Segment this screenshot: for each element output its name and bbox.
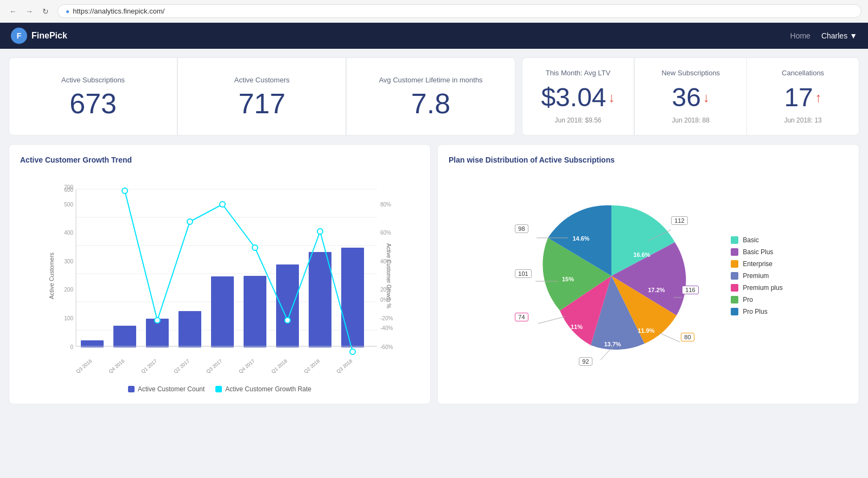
address-bar[interactable]: ● https://analytics.finepick.com/ (58, 4, 861, 18)
svg-line-65 (659, 333, 680, 342)
ltv-value-group: $3.04 ↓ (541, 82, 615, 112)
svg-text:15%: 15% (562, 276, 574, 282)
pie-svg: 16.6% 17.2% 11.9% 13.7% 11% 15% 14.6% (514, 178, 709, 373)
svg-rect-28 (178, 311, 201, 347)
legend-label-enterprise: Enterprise (743, 260, 773, 268)
legend-label-premiumplus: Premium plus (743, 284, 782, 292)
legend-bar-item: Active Customer Count (128, 385, 205, 393)
legend-bar-color (128, 386, 135, 392)
growth-trend-chart-card: Active Customer Growth Trend Active Cust… (9, 144, 431, 404)
label-basic: 112 (671, 216, 687, 225)
chart-legend-bottom: Active Customer Count Active Customer Gr… (20, 385, 419, 393)
active-customers-label: Active Customers (234, 76, 290, 84)
new-subs-value-group: 36 ↓ (672, 82, 710, 112)
svg-text:0%: 0% (380, 297, 388, 303)
active-customers-value: 717 (238, 89, 285, 118)
svg-text:Q3 2017: Q3 2017 (205, 358, 223, 374)
svg-text:40%: 40% (380, 259, 391, 264)
avg-lifetime-card: Avg Customer Lifetime in months 7.8 (346, 57, 515, 135)
legend-color-enterprise (731, 260, 738, 268)
back-button[interactable]: ← (7, 5, 20, 18)
new-subs-trend-icon: ↓ (703, 90, 710, 105)
svg-text:60%: 60% (380, 230, 391, 236)
svg-point-39 (285, 318, 290, 323)
user-menu[interactable]: Charles ▼ (821, 31, 857, 40)
reload-button[interactable]: ↻ (39, 5, 52, 18)
legend-bar-label: Active Customer Count (138, 385, 205, 393)
chevron-down-icon: ▼ (850, 31, 857, 40)
label-premium: 92 (579, 357, 592, 366)
top-nav: F FinePick Home Charles ▼ (0, 23, 868, 49)
legend-premiumplus: Premium plus (731, 284, 782, 292)
avg-lifetime-label: Avg Customer Lifetime in months (379, 76, 482, 84)
legend-color-basic (731, 236, 738, 244)
label-proplus: 98 (515, 224, 528, 233)
cancellations-card: Cancellations 17 ↑ Jun 2018: 13 (747, 57, 859, 135)
label-enterprise: 80 (681, 333, 694, 341)
kpi-left-group: Active Subscriptions 673 Active Customer… (9, 57, 515, 135)
svg-text:0: 0 (70, 344, 73, 350)
home-link[interactable]: Home (790, 31, 810, 40)
logo: F FinePick (11, 28, 67, 44)
legend-label-proplus: Pro Plus (743, 308, 767, 315)
kpi-section: Active Subscriptions 673 Active Customer… (9, 57, 859, 135)
svg-text:16.6%: 16.6% (634, 251, 650, 258)
ltv-card: This Month: Avg LTV $3.04 ↓ Jun 2018: $9… (522, 57, 635, 135)
svg-rect-29 (211, 276, 234, 347)
svg-text:Q3 2016: Q3 2016 (75, 358, 93, 374)
svg-text:Q1 2017: Q1 2017 (140, 358, 158, 374)
svg-point-34 (122, 188, 127, 193)
legend-proplus: Pro Plus (731, 308, 782, 315)
active-subscriptions-card: Active Subscriptions 673 (9, 57, 177, 135)
svg-text:17.2%: 17.2% (648, 287, 665, 293)
cancellations-value: 17 (784, 82, 813, 112)
avg-lifetime-value: 7.8 (411, 89, 450, 118)
logo-icon: F (11, 28, 27, 44)
svg-point-41 (350, 349, 355, 354)
svg-rect-31 (276, 264, 299, 347)
svg-text:Q1 2018: Q1 2018 (270, 358, 288, 374)
svg-text:Active Customers: Active Customers (48, 252, 55, 299)
active-subscriptions-label: Active Subscriptions (61, 76, 125, 84)
legend-color-pro (731, 296, 738, 303)
svg-point-38 (252, 245, 258, 250)
svg-text:300: 300 (64, 259, 73, 264)
legend-label-basicplus: Basic Plus (743, 248, 773, 256)
legend-line-item: Active Customer Growth Rate (215, 385, 311, 393)
ltv-value: $3.04 (541, 82, 606, 112)
svg-point-37 (220, 202, 225, 207)
pie-legend: Basic Basic Plus Enterprise Premium (731, 236, 782, 315)
forward-button[interactable]: → (23, 5, 36, 18)
svg-rect-32 (309, 252, 331, 347)
legend-line-label: Active Customer Growth Rate (225, 385, 311, 393)
kpi-right-group: This Month: Avg LTV $3.04 ↓ Jun 2018: $9… (522, 57, 859, 135)
new-subscriptions-card: New Subscriptions 36 ↓ Jun 2018: 88 (634, 57, 747, 135)
svg-text:Q4 2017: Q4 2017 (238, 358, 256, 374)
growth-chart-title: Active Customer Growth Trend (20, 156, 419, 164)
bar-chart-svg: Active Customers Active Customer Growth … (20, 173, 419, 379)
cancellations-label: Cancellations (782, 69, 824, 77)
browser-nav-buttons: ← → ↻ (7, 5, 52, 18)
svg-text:-40%: -40% (380, 325, 393, 331)
main-content: Active Subscriptions 673 Active Customer… (0, 49, 868, 413)
legend-label-premium: Premium (743, 272, 769, 280)
svg-text:11%: 11% (571, 324, 583, 330)
pie-chart-card: Plan wise Distribution of Active Subscri… (437, 144, 859, 404)
secure-icon: ● (66, 8, 69, 15)
svg-text:500: 500 (64, 202, 73, 208)
svg-text:Q4 2016: Q4 2016 (107, 358, 125, 374)
svg-text:200: 200 (64, 287, 73, 293)
bar-chart-container: Active Customers Active Customer Growth … (20, 173, 419, 379)
browser-chrome: ← → ↻ ● https://analytics.finepick.com/ (0, 0, 868, 23)
svg-text:13.7%: 13.7% (604, 341, 621, 347)
ltv-trend-icon: ↓ (609, 90, 615, 105)
cancellations-sub: Jun 2018: 13 (784, 117, 821, 124)
cancellations-value-group: 17 ↑ (784, 82, 821, 112)
svg-text:20%: 20% (380, 287, 391, 293)
legend-line-color (215, 386, 222, 392)
svg-point-40 (317, 229, 323, 234)
charts-row: Active Customer Growth Trend Active Cust… (9, 144, 859, 404)
new-subs-value: 36 (672, 82, 701, 112)
pie-chart-container: 16.6% 17.2% 11.9% 13.7% 11% 15% 14.6% (449, 173, 848, 379)
legend-color-premium (731, 272, 738, 280)
